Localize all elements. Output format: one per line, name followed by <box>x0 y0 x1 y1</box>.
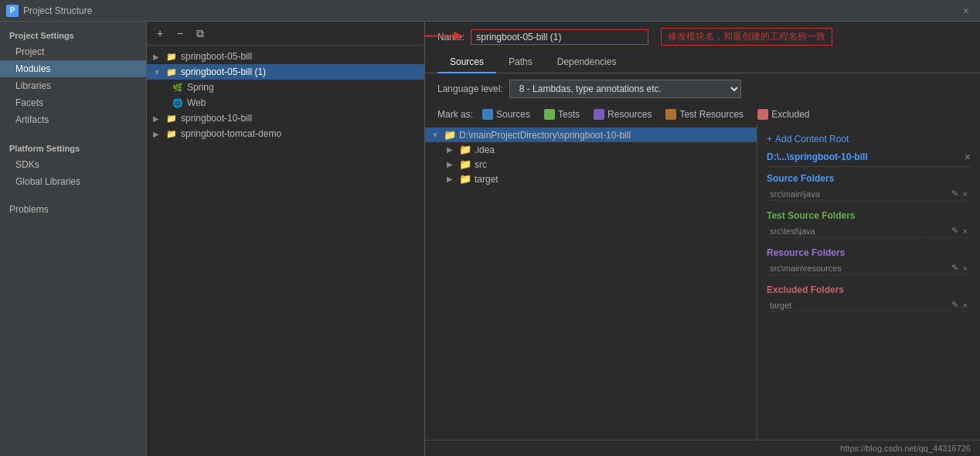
tree-item-tomcat-label: springboot-tomcat-demo <box>181 128 281 139</box>
source-folders-section: Source Folders src\main\java ✎ × <box>767 173 971 201</box>
title-bar-text: Project Structure <box>23 5 92 16</box>
folder-yellow-idea-icon: 📁 <box>459 144 471 155</box>
content-root-close-button[interactable]: × <box>965 151 971 163</box>
resource-folder-path: src\main\resources <box>770 264 842 273</box>
remove-module-button[interactable]: − <box>172 25 189 42</box>
tree-item-springboot-05-bill[interactable]: ▶ 📁 springboot-05-bill <box>147 49 424 64</box>
tree-item-springboot-tomcat-demo[interactable]: ▶ 📁 springboot-tomcat-demo <box>147 126 424 141</box>
folder-blue-icon: 📁 <box>444 129 456 141</box>
mark-sources-button[interactable]: Sources <box>478 107 535 121</box>
tree-toggle-expanded: ▼ <box>153 68 165 77</box>
web-icon: 🌐 <box>172 97 184 109</box>
mark-test-resources-button[interactable]: Test Resources <box>661 107 748 121</box>
resource-folder-entry: src\main\resources ✎ × <box>767 261 971 275</box>
folder-yellow-src-icon: 📁 <box>459 158 471 170</box>
add-content-root-label: Add Content Root <box>775 134 849 145</box>
tree-item-springboot-10-bill[interactable]: ▶ 📁 springboot-10-bill <box>147 111 424 126</box>
mark-resources-button[interactable]: Resources <box>589 107 656 121</box>
file-tree-idea-label: .idea <box>475 145 495 155</box>
sidebar-item-sdks[interactable]: SDKs <box>0 156 146 173</box>
test-source-folder-edit-button[interactable]: ✎ <box>951 226 958 236</box>
source-folder-actions: ✎ × <box>951 189 968 199</box>
app-icon: P <box>6 5 19 17</box>
tests-mark-icon <box>544 109 555 120</box>
close-button[interactable]: × <box>958 3 974 19</box>
test-source-folder-path: src\test\java <box>770 226 815 236</box>
file-tree-root[interactable]: ▼ 📁 D:\mainProjectDirectory\springboot-1… <box>425 128 757 142</box>
main-container: Project Settings Project Modules Librari… <box>0 22 980 456</box>
sidebar-item-project[interactable]: Project <box>0 43 146 60</box>
sidebar-item-libraries[interactable]: Libraries <box>0 77 146 94</box>
folder-icon-tomcat: 📁 <box>165 128 178 140</box>
red-arrow-icon <box>424 28 467 43</box>
excluded-folders-title: Excluded Folders <box>767 284 971 295</box>
mark-label: Mark as: <box>437 109 473 120</box>
name-input[interactable] <box>471 29 648 45</box>
file-tree: ▼ 📁 D:\mainProjectDirectory\springboot-1… <box>425 124 757 440</box>
tree-item-10-label: springboot-10-bill <box>181 113 252 124</box>
source-folder-remove-button[interactable]: × <box>963 189 968 199</box>
test-resources-mark-icon <box>665 109 676 120</box>
sidebar-item-artifacts[interactable]: Artifacts <box>0 111 146 128</box>
source-folder-edit-button[interactable]: ✎ <box>951 189 958 199</box>
resource-folder-remove-button[interactable]: × <box>963 264 968 273</box>
mark-excluded-button[interactable]: Excluded <box>753 107 814 121</box>
excluded-folders-section: Excluded Folders target ✎ × <box>767 284 971 312</box>
url-bar: https://blog.csdn.net/qq_44316726 <box>425 440 980 456</box>
test-source-folder-remove-button[interactable]: × <box>963 226 968 236</box>
add-module-button[interactable]: + <box>151 25 168 42</box>
mark-tests-button[interactable]: Tests <box>539 107 584 121</box>
file-tree-src-label: src <box>475 159 487 170</box>
module-icon: 📁 <box>165 66 178 78</box>
sidebar-item-global-libraries[interactable]: Global Libraries <box>0 173 146 190</box>
lang-level-select[interactable]: 8 - Lambdas, type annotations etc. <box>509 80 741 98</box>
file-tree-target-label: target <box>475 174 499 185</box>
copy-module-button[interactable]: ⧉ <box>192 25 209 42</box>
tree-toggle: ▶ <box>153 53 165 61</box>
excluded-mark-icon <box>757 109 768 120</box>
sidebar-item-modules[interactable]: Modules <box>0 60 146 77</box>
file-tree-target[interactable]: ▶ 📁 target <box>425 172 757 186</box>
sidebar: Project Settings Project Modules Librari… <box>0 22 147 456</box>
source-details: + Add Content Root D:\...\springboot-10-… <box>757 124 980 440</box>
source-folder-path: src\main\java <box>770 189 820 199</box>
lang-row: Language level: 8 - Lambdas, type annota… <box>425 73 980 104</box>
excluded-folder-edit-button[interactable]: ✎ <box>951 300 958 310</box>
test-source-folder-actions: ✎ × <box>951 226 968 236</box>
url-text: https://blog.csdn.net/qq_44316726 <box>840 444 971 453</box>
file-toggle-target: ▶ <box>447 175 459 183</box>
tree-item-label-selected: springboot-05-bill (1) <box>181 66 266 77</box>
file-tree-root-label: D:\mainProjectDirectory\springboot-10-bi… <box>459 130 631 141</box>
name-annotation: 修改模块名，和重创建的工程名称一致 <box>661 28 832 46</box>
content-root-path: D:\...\springboot-10-bill <box>767 151 868 162</box>
excluded-folder-actions: ✎ × <box>951 300 968 310</box>
excluded-folder-remove-button[interactable]: × <box>963 301 968 310</box>
sidebar-problems[interactable]: Problems <box>0 199 146 219</box>
tab-sources[interactable]: Sources <box>437 52 496 73</box>
add-content-root-button[interactable]: + Add Content Root <box>767 131 971 148</box>
folder-icon-10: 📁 <box>165 112 178 124</box>
platform-settings-title: Platform Settings <box>0 138 146 156</box>
tree-item-springboot-05-bill-1[interactable]: ▼ 📁 springboot-05-bill (1) <box>147 64 424 80</box>
tree-item-web-label: Web <box>187 97 206 108</box>
test-source-folder-entry: src\test\java ✎ × <box>767 224 971 238</box>
excluded-folder-entry: target ✎ × <box>767 298 971 312</box>
sidebar-item-facets[interactable]: Facets <box>0 94 146 111</box>
tab-paths[interactable]: Paths <box>496 52 545 73</box>
resource-folders-title: Resource Folders <box>767 247 971 258</box>
content-area: ▼ 📁 D:\mainProjectDirectory\springboot-1… <box>425 124 980 440</box>
tree-item-spring[interactable]: 🌿 Spring <box>147 80 424 95</box>
resource-folder-edit-button[interactable]: ✎ <box>951 263 958 273</box>
file-tree-idea[interactable]: ▶ 📁 .idea <box>425 142 757 157</box>
file-toggle-idea: ▶ <box>447 145 459 154</box>
content-root-header: D:\...\springboot-10-bill × <box>767 148 971 167</box>
name-row: Name: 修改模块名，和重创建的工程名称一致 <box>425 22 980 52</box>
file-toggle-src: ▶ <box>447 160 459 168</box>
tabs-row: Sources Paths Dependencies <box>425 52 980 73</box>
tree-item-web[interactable]: 🌐 Web <box>147 95 424 111</box>
file-tree-src[interactable]: ▶ 📁 src <box>425 157 757 172</box>
test-source-folders-section: Test Source Folders src\test\java ✎ × <box>767 210 971 238</box>
sidebar-spacer <box>0 128 146 138</box>
tab-dependencies[interactable]: Dependencies <box>545 52 629 73</box>
right-panel: Name: 修改模块名，和重创建的工程名称一致 <box>425 22 980 456</box>
